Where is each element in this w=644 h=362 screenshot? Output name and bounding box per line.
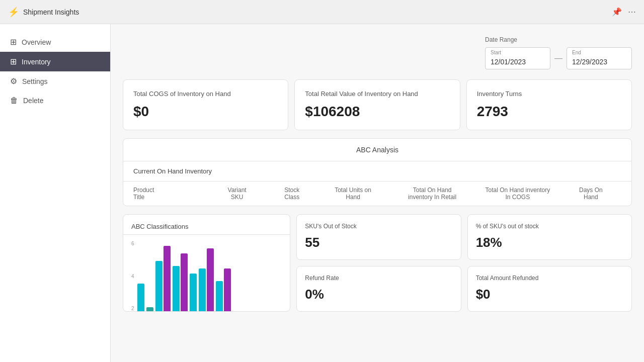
- sidebar-item-delete-label: Delete: [23, 97, 43, 105]
- chart-group-1: [137, 284, 144, 311]
- col-product-title: ProductTitle: [133, 187, 207, 201]
- col-cogs: Total On Hand inventoryIn COGS: [475, 187, 560, 201]
- date-start-label: Start: [491, 50, 501, 55]
- skus-out-card: SKU's Out of Stock 55: [296, 214, 461, 260]
- date-range-label: Date Range: [485, 36, 632, 43]
- total-refunded-value: $0: [476, 287, 623, 302]
- sidebar-item-delete[interactable]: 🗑 Delete: [0, 91, 110, 110]
- sidebar-item-overview[interactable]: ⊞ Overview: [0, 32, 110, 52]
- overview-icon: ⊞: [10, 37, 17, 47]
- sidebar-item-overview-label: Overview: [22, 38, 51, 46]
- sidebar-item-settings-label: Settings: [22, 77, 48, 85]
- bar-4-purple: [181, 253, 188, 311]
- date-separator: —: [554, 54, 562, 63]
- settings-icon: ⚙: [10, 76, 17, 86]
- app-title: Shipment Insights: [23, 8, 79, 16]
- bar-4-cyan: [173, 266, 180, 311]
- pct-out-card: % of SKU's out of stock 18%: [467, 214, 632, 260]
- bar-7-purple: [224, 268, 231, 311]
- main-content: Date Range Start 12/01/2023 — End 12/29/…: [111, 24, 644, 362]
- chart-y-axis: 6 4 2: [131, 241, 137, 311]
- col-variant-sku: VariantSKU: [207, 187, 268, 201]
- abc-section-title: ABC Analysis: [123, 139, 631, 161]
- abc-subsection-title: Current On Hand Inventory: [123, 161, 631, 182]
- refund-rate-value: 0%: [305, 287, 452, 302]
- chart-group-2: [146, 307, 153, 311]
- refund-rate-card: Refund Rate 0%: [296, 266, 461, 312]
- date-end-input[interactable]: End 12/29/2023: [567, 47, 632, 69]
- topbar-actions: 📌 ⋯: [612, 7, 636, 17]
- inventory-icon: ⊞: [10, 57, 17, 66]
- inventory-turns-value: 2793: [477, 104, 621, 120]
- chart-group-7: [216, 268, 231, 311]
- date-start-input[interactable]: Start 12/01/2023: [485, 47, 550, 69]
- abc-class-card: ABC Classifications 6 4 2: [123, 214, 290, 312]
- chart-group-6: [199, 248, 214, 311]
- table-header-row: ProductTitle VariantSKU StockClass Total…: [123, 182, 631, 206]
- date-range-inputs: Start 12/01/2023 — End 12/29/2023: [485, 47, 632, 69]
- y-label-4: 4: [131, 274, 134, 279]
- sidebar: ⊞ Overview ⊞ Inventory ⚙ Settings 🗑 Dele…: [0, 24, 111, 362]
- total-cogs-title: Total COGS of Inventory on Hand: [133, 90, 278, 98]
- more-options-icon[interactable]: ⋯: [628, 7, 636, 17]
- date-range-container: Date Range Start 12/01/2023 — End 12/29/…: [485, 36, 632, 69]
- refund-rate-title: Refund Rate: [305, 275, 452, 282]
- skus-out-value: 55: [305, 235, 452, 250]
- total-refunded-title: Total Amount Refunded: [476, 275, 623, 282]
- bar-6-purple: [207, 248, 214, 311]
- col-days: Days OnHand: [560, 187, 621, 201]
- bar-2-teal: [146, 307, 153, 311]
- chart-area: [137, 241, 282, 311]
- bar-1-cyan: [137, 284, 144, 311]
- app-logo-icon: ⚡: [8, 7, 19, 18]
- total-retail-title: Total Retail Value of Inventory on Hand: [305, 90, 449, 98]
- total-cogs-value: $0: [133, 104, 278, 120]
- total-cogs-card: Total COGS of Inventory on Hand $0: [123, 79, 288, 130]
- topbar: ⚡ Shipment Insights 📌 ⋯: [0, 0, 644, 24]
- chart-group-4: [173, 253, 188, 311]
- abc-analysis-section: ABC Analysis Current On Hand Inventory P…: [123, 138, 632, 206]
- col-total-units: Total Units onHand: [316, 187, 390, 201]
- col-retail: Total On Handinventory In Retail: [389, 187, 475, 201]
- pin-icon[interactable]: 📌: [612, 7, 622, 17]
- y-label-6: 6: [131, 241, 134, 246]
- date-range-section: Date Range Start 12/01/2023 — End 12/29/…: [123, 36, 632, 69]
- chart-group-5: [190, 274, 197, 311]
- main-layout: ⊞ Overview ⊞ Inventory ⚙ Settings 🗑 Dele…: [0, 24, 644, 362]
- bar-6-cyan: [199, 268, 206, 311]
- right-cards: SKU's Out of Stock 55 % of SKU's out of …: [296, 214, 632, 312]
- chart-group-3: [155, 246, 171, 311]
- y-label-2: 2: [131, 306, 134, 311]
- pct-out-value: 18%: [476, 235, 623, 250]
- date-end-label: End: [572, 50, 581, 55]
- col-stock-class: StockClass: [268, 187, 316, 201]
- metric-cards-row: Total COGS of Inventory on Hand $0 Total…: [123, 79, 632, 130]
- sidebar-item-settings[interactable]: ⚙ Settings: [0, 71, 110, 91]
- total-retail-card: Total Retail Value of Inventory on Hand …: [294, 79, 460, 130]
- total-refunded-card: Total Amount Refunded $0: [467, 266, 632, 312]
- total-retail-value: $106208: [305, 104, 449, 120]
- bar-3-purple: [164, 246, 171, 311]
- inventory-turns-title: Inventory Turns: [477, 90, 621, 98]
- inventory-turns-card: Inventory Turns 2793: [466, 79, 632, 130]
- topbar-left: ⚡ Shipment Insights: [8, 7, 79, 18]
- bar-5-cyan: [190, 274, 197, 311]
- pct-out-title: % of SKU's out of stock: [476, 223, 623, 230]
- delete-icon: 🗑: [10, 96, 18, 105]
- skus-out-title: SKU's Out of Stock: [305, 223, 452, 230]
- bar-3-cyan: [155, 261, 163, 311]
- chart-wrapper: 6 4 2: [123, 235, 290, 311]
- sidebar-item-inventory-label: Inventory: [22, 58, 51, 66]
- sidebar-item-inventory[interactable]: ⊞ Inventory: [0, 52, 110, 71]
- bar-7-cyan: [216, 281, 223, 311]
- abc-class-title: ABC Classifications: [123, 215, 290, 235]
- bottom-section: ABC Classifications 6 4 2: [123, 214, 632, 312]
